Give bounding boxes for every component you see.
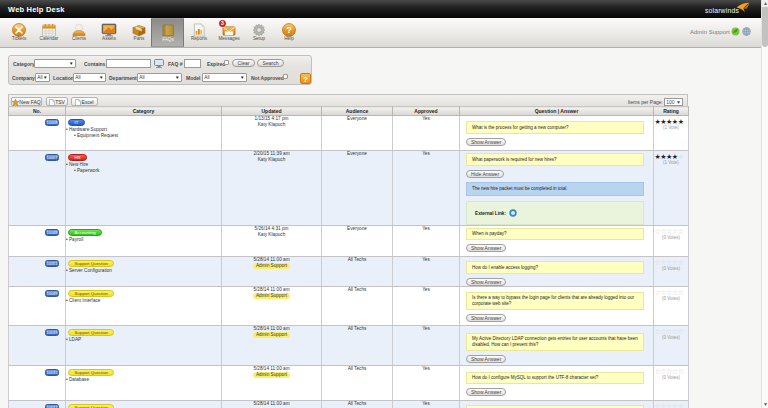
svg-text:3: 3 [221, 20, 224, 26]
svg-text:?: ? [286, 25, 292, 35]
